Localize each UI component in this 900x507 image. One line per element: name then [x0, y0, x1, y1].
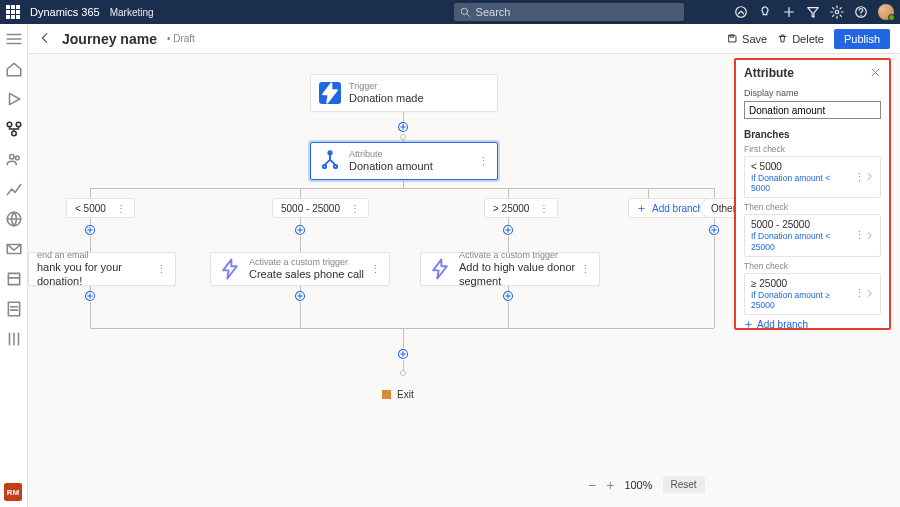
zoom-value: 100% [624, 479, 652, 491]
svg-marker-11 [9, 93, 19, 104]
panel-title: Attribute [744, 66, 794, 80]
journey-status: • Draft [167, 33, 195, 44]
branch-icon [319, 150, 341, 172]
panel-add-branch[interactable]: Add branch [744, 319, 881, 330]
branch-2-more-icon[interactable]: ⋮ [350, 203, 360, 214]
row-more-icon[interactable]: ⋮ [854, 287, 865, 300]
display-name-input[interactable] [744, 101, 881, 119]
action-1-more-icon[interactable]: ⋮ [156, 263, 167, 276]
svg-marker-50 [433, 259, 447, 278]
chevron-right-icon[interactable] [865, 171, 874, 183]
add-icon[interactable] [782, 5, 796, 19]
nav-journey-icon[interactable] [5, 120, 23, 138]
add-step-icon[interactable] [84, 290, 96, 302]
node-more-icon[interactable]: ⋮ [478, 155, 489, 168]
branch-row-1[interactable]: < 5000 If Donation amount < 5000 ⋮ [744, 156, 881, 198]
branch-pill-3[interactable]: > 25000 ⋮ [484, 198, 558, 218]
zoom-out-button[interactable]: − [588, 477, 596, 493]
journey-canvas[interactable]: Trigger Donation made Attribute Donation… [28, 54, 900, 507]
nav-menu-icon[interactable] [5, 30, 23, 48]
panel-add-branch-label: Add branch [757, 319, 808, 330]
add-step-icon[interactable] [294, 290, 306, 302]
chevron-right-icon[interactable] [865, 288, 874, 300]
chevron-right-icon[interactable] [865, 230, 874, 242]
save-button[interactable]: Save [727, 33, 767, 45]
branches-heading: Branches [744, 129, 881, 140]
global-search[interactable]: Search [454, 3, 684, 21]
nav-home-icon[interactable] [5, 60, 23, 78]
svg-marker-31 [323, 83, 337, 102]
action-2-label: Create sales phone call [249, 268, 364, 282]
branch-pill-2[interactable]: 5000 - 25000 ⋮ [272, 198, 369, 218]
lightning-icon [319, 82, 341, 104]
add-step-icon[interactable] [294, 224, 306, 236]
module-name: Marketing [110, 7, 154, 18]
attribute-node[interactable]: Attribute Donation amount ⋮ [310, 142, 498, 180]
action-node-email[interactable]: end an email hank you for your donation!… [28, 252, 176, 286]
plus-icon [744, 320, 753, 329]
publish-button[interactable]: Publish [834, 29, 890, 49]
action-3-label: Add to high value donor segment [459, 261, 580, 289]
plus-icon [637, 204, 646, 213]
nav-contacts-icon[interactable] [5, 150, 23, 168]
svg-point-33 [323, 165, 326, 168]
branch-row-3[interactable]: ≥ 25000 If Donation amount ≥ 25000 ⋮ [744, 273, 881, 315]
add-branch-label: Add branch [652, 203, 703, 214]
flag-icon [382, 390, 391, 399]
action-3-more-icon[interactable]: ⋮ [580, 263, 591, 276]
nav-library-icon[interactable] [5, 330, 23, 348]
svg-point-15 [9, 155, 14, 160]
persona-badge[interactable]: RM [4, 483, 22, 501]
display-name-label: Display name [744, 88, 881, 98]
trigger-icon [429, 258, 451, 280]
close-icon[interactable] [870, 67, 881, 80]
svg-marker-49 [223, 259, 237, 278]
attribute-kicker: Attribute [349, 149, 433, 160]
back-arrow-icon[interactable] [38, 31, 52, 47]
zoom-in-button[interactable]: + [606, 477, 614, 493]
add-step-icon[interactable] [708, 224, 720, 236]
branch-1-more-icon[interactable]: ⋮ [116, 203, 126, 214]
delete-label: Delete [792, 33, 824, 45]
delete-button[interactable]: Delete [777, 33, 824, 45]
branch-row-1-cond: If Donation amount < 5000 [751, 173, 850, 193]
product-name: Dynamics 365 [30, 6, 100, 18]
trigger-node[interactable]: Trigger Donation made [310, 74, 498, 112]
add-step-icon[interactable] [502, 224, 514, 236]
action-node-sales-call[interactable]: Activate a custom trigger Create sales p… [210, 252, 390, 286]
nav-globe-icon[interactable] [5, 210, 23, 228]
action-node-high-value[interactable]: Activate a custom trigger Add to high va… [420, 252, 600, 286]
zoom-reset-button[interactable]: Reset [663, 476, 705, 493]
svg-line-1 [466, 14, 469, 17]
row-more-icon[interactable]: ⋮ [854, 229, 865, 242]
action-2-more-icon[interactable]: ⋮ [370, 263, 381, 276]
nav-play-icon[interactable] [5, 90, 23, 108]
branch-3-more-icon[interactable]: ⋮ [539, 203, 549, 214]
help-icon[interactable] [854, 5, 868, 19]
filter-icon[interactable] [806, 5, 820, 19]
add-step-icon[interactable] [84, 224, 96, 236]
nav-form-icon[interactable] [5, 300, 23, 318]
nav-analytics-icon[interactable] [5, 180, 23, 198]
branch-row-2[interactable]: 5000 - 25000 If Donation amount < 25000 … [744, 214, 881, 256]
add-step-icon[interactable] [397, 348, 409, 360]
save-label: Save [742, 33, 767, 45]
app-launcher-icon[interactable] [6, 5, 20, 19]
page-toolbar: Journey name • Draft Save Delete Publish [28, 24, 900, 54]
branch-row-2-name: 5000 - 25000 [751, 219, 850, 231]
branch-pill-1[interactable]: < 5000 ⋮ [66, 198, 135, 218]
user-avatar[interactable] [878, 4, 894, 20]
lightbulb-icon[interactable] [758, 5, 772, 19]
add-step-icon[interactable] [502, 290, 514, 302]
add-step-icon[interactable] [397, 121, 409, 133]
then-check-hint-1: Then check [744, 202, 881, 212]
row-more-icon[interactable]: ⋮ [854, 171, 865, 184]
assistant-icon[interactable] [734, 5, 748, 19]
zoom-controls: − + 100% Reset [588, 476, 705, 493]
branch-row-3-cond: If Donation amount ≥ 25000 [751, 290, 850, 310]
nav-mail-icon[interactable] [5, 240, 23, 258]
settings-icon[interactable] [830, 5, 844, 19]
nav-template-icon[interactable] [5, 270, 23, 288]
first-check-hint: First check [744, 144, 881, 154]
action-2-kicker: Activate a custom trigger [249, 257, 364, 268]
